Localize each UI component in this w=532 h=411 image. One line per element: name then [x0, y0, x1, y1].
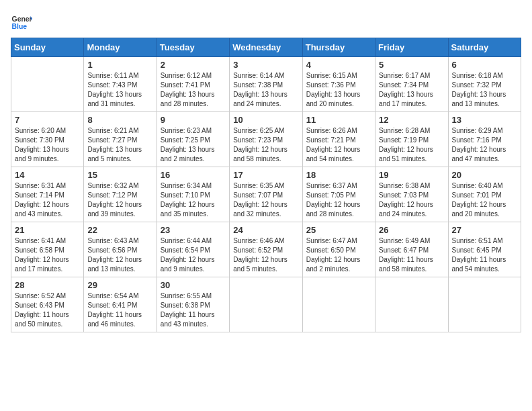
day-number: 11: [306, 115, 371, 125]
calendar-cell: 30Sunrise: 6:55 AMSunset: 6:38 PMDayligh…: [157, 277, 229, 332]
day-number: 14: [15, 170, 80, 180]
day-info: Sunrise: 6:17 AMSunset: 7:34 PMDaylight:…: [379, 71, 444, 109]
svg-text:General: General: [12, 15, 32, 23]
day-info: Sunrise: 6:11 AMSunset: 7:43 PMDaylight:…: [87, 71, 152, 109]
day-number: 23: [161, 225, 226, 235]
day-number: 26: [379, 225, 444, 235]
day-number: 5: [379, 60, 444, 70]
calendar-table: SundayMondayTuesdayWednesdayThursdayFrid…: [11, 38, 521, 332]
day-number: 16: [161, 170, 226, 180]
day-info: Sunrise: 6:38 AMSunset: 7:03 PMDaylight:…: [379, 181, 444, 219]
day-number: 27: [452, 225, 517, 235]
day-number: 25: [306, 225, 371, 235]
day-number: 12: [379, 115, 444, 125]
day-number: 15: [87, 170, 152, 180]
logo: General Blue: [11, 11, 32, 32]
calendar-cell: 17Sunrise: 6:35 AMSunset: 7:07 PMDayligh…: [230, 167, 302, 222]
day-info: Sunrise: 6:14 AMSunset: 7:38 PMDaylight:…: [233, 71, 298, 109]
day-number: 18: [306, 170, 371, 180]
calendar-cell: 25Sunrise: 6:47 AMSunset: 6:50 PMDayligh…: [302, 222, 375, 277]
calendar-cell: 2Sunrise: 6:12 AMSunset: 7:41 PMDaylight…: [157, 57, 229, 112]
day-number: 13: [452, 115, 517, 125]
calendar-week-row: 14Sunrise: 6:31 AMSunset: 7:14 PMDayligh…: [11, 167, 521, 222]
day-info: Sunrise: 6:25 AMSunset: 7:23 PMDaylight:…: [233, 126, 298, 164]
calendar-cell: 1Sunrise: 6:11 AMSunset: 7:43 PMDaylight…: [84, 57, 157, 112]
page-header: General Blue: [11, 11, 521, 32]
day-info: Sunrise: 6:44 AMSunset: 6:54 PMDaylight:…: [161, 236, 226, 274]
day-number: 29: [87, 280, 152, 290]
day-info: Sunrise: 6:12 AMSunset: 7:41 PMDaylight:…: [161, 71, 226, 109]
calendar-week-row: 1Sunrise: 6:11 AMSunset: 7:43 PMDaylight…: [11, 57, 521, 112]
day-number: 7: [15, 115, 80, 125]
day-info: Sunrise: 6:15 AMSunset: 7:36 PMDaylight:…: [306, 71, 371, 109]
day-info: Sunrise: 6:28 AMSunset: 7:19 PMDaylight:…: [379, 126, 444, 164]
day-info: Sunrise: 6:55 AMSunset: 6:38 PMDaylight:…: [161, 291, 226, 329]
calendar-cell: 21Sunrise: 6:41 AMSunset: 6:58 PMDayligh…: [11, 222, 84, 277]
day-info: Sunrise: 6:35 AMSunset: 7:07 PMDaylight:…: [233, 181, 298, 219]
calendar-cell: 12Sunrise: 6:28 AMSunset: 7:19 PMDayligh…: [375, 112, 448, 167]
day-number: 4: [306, 60, 371, 70]
day-info: Sunrise: 6:40 AMSunset: 7:01 PMDaylight:…: [452, 181, 517, 219]
day-number: 28: [15, 280, 80, 290]
weekday-header-thursday: Thursday: [302, 38, 375, 57]
weekday-header-wednesday: Wednesday: [230, 38, 302, 57]
logo-icon: General Blue: [11, 11, 32, 32]
calendar-cell: 4Sunrise: 6:15 AMSunset: 7:36 PMDaylight…: [302, 57, 375, 112]
day-info: Sunrise: 6:34 AMSunset: 7:10 PMDaylight:…: [161, 181, 226, 219]
day-number: 2: [161, 60, 226, 70]
calendar-cell: 8Sunrise: 6:21 AMSunset: 7:27 PMDaylight…: [84, 112, 157, 167]
day-info: Sunrise: 6:18 AMSunset: 7:32 PMDaylight:…: [452, 71, 517, 109]
calendar-cell: 11Sunrise: 6:26 AMSunset: 7:21 PMDayligh…: [302, 112, 375, 167]
calendar-cell: 10Sunrise: 6:25 AMSunset: 7:23 PMDayligh…: [230, 112, 302, 167]
calendar-cell: [302, 277, 375, 332]
day-number: 21: [15, 225, 80, 235]
day-info: Sunrise: 6:49 AMSunset: 6:47 PMDaylight:…: [379, 236, 444, 274]
calendar-cell: 26Sunrise: 6:49 AMSunset: 6:47 PMDayligh…: [375, 222, 448, 277]
day-info: Sunrise: 6:51 AMSunset: 6:45 PMDaylight:…: [452, 236, 517, 274]
day-info: Sunrise: 6:31 AMSunset: 7:14 PMDaylight:…: [15, 181, 80, 219]
weekday-header-monday: Monday: [84, 38, 157, 57]
calendar-cell: 18Sunrise: 6:37 AMSunset: 7:05 PMDayligh…: [302, 167, 375, 222]
day-number: 8: [87, 115, 152, 125]
day-info: Sunrise: 6:26 AMSunset: 7:21 PMDaylight:…: [306, 126, 371, 164]
day-number: 1: [87, 60, 152, 70]
day-info: Sunrise: 6:47 AMSunset: 6:50 PMDaylight:…: [306, 236, 371, 274]
day-info: Sunrise: 6:54 AMSunset: 6:41 PMDaylight:…: [87, 291, 152, 329]
day-number: 19: [379, 170, 444, 180]
day-number: 22: [87, 225, 152, 235]
calendar-cell: 19Sunrise: 6:38 AMSunset: 7:03 PMDayligh…: [375, 167, 448, 222]
weekday-header-tuesday: Tuesday: [157, 38, 229, 57]
day-info: Sunrise: 6:21 AMSunset: 7:27 PMDaylight:…: [87, 126, 152, 164]
calendar-cell: 6Sunrise: 6:18 AMSunset: 7:32 PMDaylight…: [448, 57, 521, 112]
day-info: Sunrise: 6:23 AMSunset: 7:25 PMDaylight:…: [161, 126, 226, 164]
day-info: Sunrise: 6:37 AMSunset: 7:05 PMDaylight:…: [306, 181, 371, 219]
calendar-cell: 24Sunrise: 6:46 AMSunset: 6:52 PMDayligh…: [230, 222, 302, 277]
calendar-cell: 9Sunrise: 6:23 AMSunset: 7:25 PMDaylight…: [157, 112, 229, 167]
calendar-cell: 3Sunrise: 6:14 AMSunset: 7:38 PMDaylight…: [230, 57, 302, 112]
calendar-week-row: 21Sunrise: 6:41 AMSunset: 6:58 PMDayligh…: [11, 222, 521, 277]
calendar-cell: 20Sunrise: 6:40 AMSunset: 7:01 PMDayligh…: [448, 167, 521, 222]
day-number: 9: [161, 115, 226, 125]
calendar-cell: 28Sunrise: 6:52 AMSunset: 6:43 PMDayligh…: [11, 277, 84, 332]
day-number: 10: [233, 115, 298, 125]
calendar-cell: 15Sunrise: 6:32 AMSunset: 7:12 PMDayligh…: [84, 167, 157, 222]
calendar-cell: 16Sunrise: 6:34 AMSunset: 7:10 PMDayligh…: [157, 167, 229, 222]
day-number: 6: [452, 60, 517, 70]
calendar-cell: 22Sunrise: 6:43 AMSunset: 6:56 PMDayligh…: [84, 222, 157, 277]
weekday-header-sunday: Sunday: [11, 38, 84, 57]
calendar-cell: 7Sunrise: 6:20 AMSunset: 7:30 PMDaylight…: [11, 112, 84, 167]
day-number: 30: [161, 280, 226, 290]
calendar-week-row: 28Sunrise: 6:52 AMSunset: 6:43 PMDayligh…: [11, 277, 521, 332]
day-number: 17: [233, 170, 298, 180]
calendar-cell: 14Sunrise: 6:31 AMSunset: 7:14 PMDayligh…: [11, 167, 84, 222]
day-number: 20: [452, 170, 517, 180]
day-info: Sunrise: 6:46 AMSunset: 6:52 PMDaylight:…: [233, 236, 298, 274]
calendar-week-row: 7Sunrise: 6:20 AMSunset: 7:30 PMDaylight…: [11, 112, 521, 167]
calendar-cell: 13Sunrise: 6:29 AMSunset: 7:16 PMDayligh…: [448, 112, 521, 167]
calendar-cell: 23Sunrise: 6:44 AMSunset: 6:54 PMDayligh…: [157, 222, 229, 277]
day-info: Sunrise: 6:32 AMSunset: 7:12 PMDaylight:…: [87, 181, 152, 219]
day-info: Sunrise: 6:41 AMSunset: 6:58 PMDaylight:…: [15, 236, 80, 274]
day-info: Sunrise: 6:52 AMSunset: 6:43 PMDaylight:…: [15, 291, 80, 329]
svg-text:Blue: Blue: [12, 23, 28, 30]
calendar-cell: 29Sunrise: 6:54 AMSunset: 6:41 PMDayligh…: [84, 277, 157, 332]
